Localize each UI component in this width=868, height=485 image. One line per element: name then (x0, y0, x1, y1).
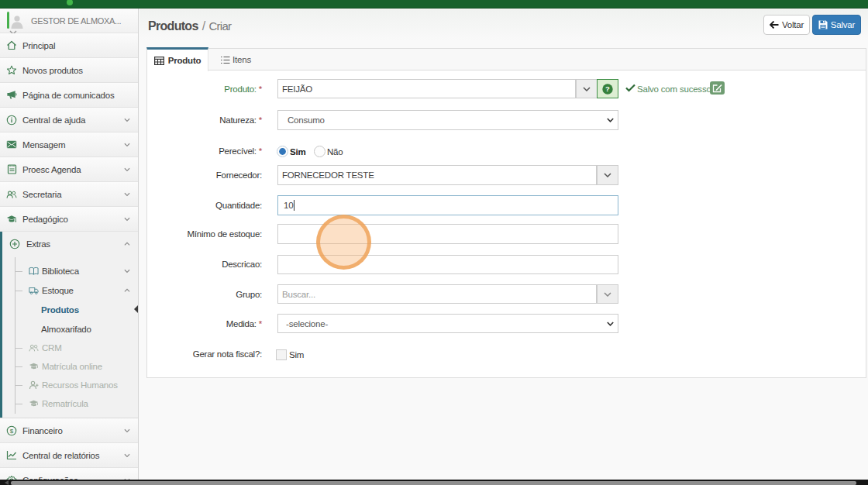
svg-text:?: ? (605, 84, 610, 93)
svg-text:$: $ (10, 428, 14, 435)
